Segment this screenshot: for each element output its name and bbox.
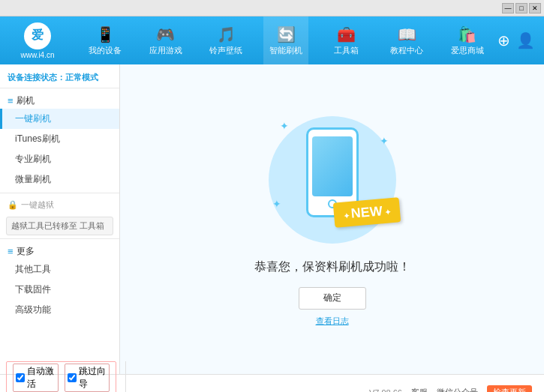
lock-icon: 🔒 <box>8 200 18 210</box>
auto-launch-checkbox[interactable]: 自动激活 <box>13 364 59 392</box>
divider-1 <box>0 193 119 193</box>
nav-store-icon: 🛍️ <box>458 25 476 43</box>
status-value: 正常模式 <box>65 73 98 82</box>
sidebar-info-box: 越狱工具已转移至 工具箱 <box>6 217 113 235</box>
sparkle-2: ✦ <box>380 135 389 147</box>
divider-2 <box>0 238 119 239</box>
nav-toolbox[interactable]: 🧰 工具箱 <box>324 16 369 64</box>
sidebar-item-save-flash[interactable]: 微量刷机 <box>0 169 119 190</box>
more-section-icon: ≡ <box>8 246 14 257</box>
title-bar: — □ ✕ <box>0 0 544 16</box>
section-more-header: ≡ 更多 <box>0 242 119 259</box>
nav-store-label: 爱思商城 <box>451 45 484 56</box>
minimize-button[interactable]: — <box>502 3 514 13</box>
logo-text: www.i4.cn <box>20 51 54 59</box>
main-container: 设备连接状态：正常模式 ≡ 刷机 一键刷机 iTunes刷机 专业刷机 微量刷机… <box>0 64 544 374</box>
status-label: 设备连接状态： <box>8 73 65 82</box>
support-link[interactable]: 客服 <box>411 387 428 392</box>
nav-flash-label: 智能刷机 <box>269 45 302 56</box>
sparkle-3: ✦ <box>272 198 281 210</box>
bottom-section: 自动激活 跳过向导 📱 iPhone 12 mini 64GB Down-12m… <box>0 374 544 392</box>
sparkle-1: ✦ <box>280 120 289 132</box>
phone-illustration: ✦ ✦ ✦ NEW <box>265 112 400 247</box>
nav-device-label: 我的设备 <box>89 45 122 56</box>
skip-wizard-input[interactable] <box>68 373 77 382</box>
nav-items: 📱 我的设备 🎮 应用游戏 🎵 铃声壁纸 🔄 智能刷机 🧰 工具箱 📖 教程中心… <box>75 16 497 64</box>
sidebar-item-one-click-flash[interactable]: 一键刷机 <box>0 109 119 129</box>
nav-smart-flash[interactable]: 🔄 智能刷机 <box>263 16 308 64</box>
phone-screen <box>312 136 353 196</box>
status-bar: 设备连接状态：正常模式 <box>0 67 119 88</box>
flash-section-icon: ≡ <box>8 95 14 106</box>
logo-area: 爱 www.i4.cn <box>0 19 75 62</box>
wechat-link[interactable]: 微信公众号 <box>437 387 478 392</box>
locked-label: 一键越狱 <box>21 199 54 211</box>
nav-tutorial[interactable]: 📖 教程中心 <box>384 16 429 64</box>
update-button[interactable]: 检查更新 <box>487 385 532 392</box>
section-more-title: 更多 <box>17 245 35 258</box>
nav-app-games[interactable]: 🎮 应用游戏 <box>143 16 188 64</box>
nav-ringtones-icon: 🎵 <box>217 25 236 43</box>
checkboxes-row: 自动激活 跳过向导 <box>6 361 116 393</box>
section-flash-header: ≡ 刷机 <box>0 91 119 109</box>
auto-launch-input[interactable] <box>16 373 25 382</box>
sidebar: 设备连接状态：正常模式 ≡ 刷机 一键刷机 iTunes刷机 专业刷机 微量刷机… <box>0 64 120 374</box>
nav-toolbox-label: 工具箱 <box>334 45 359 56</box>
section-flash-title: 刷机 <box>17 94 35 107</box>
nav-store[interactable]: 🛍️ 爱思商城 <box>445 16 490 64</box>
sidebar-item-itunes-flash[interactable]: iTunes刷机 <box>0 129 119 149</box>
sidebar-item-advanced[interactable]: 高级功能 <box>0 300 119 320</box>
close-button[interactable]: ✕ <box>529 3 541 13</box>
download-button[interactable]: ⊕ <box>497 31 510 49</box>
nav-flash-icon: 🔄 <box>277 25 296 43</box>
success-card: ✦ ✦ ✦ NEW 恭喜您，保资料刷机成功啦！ 确定 查看日志 <box>254 112 410 327</box>
nav-toolbox-icon: 🧰 <box>337 25 356 43</box>
nav-my-device[interactable]: 📱 我的设备 <box>83 16 128 64</box>
version-text: V7.98.66 <box>369 388 402 393</box>
user-button[interactable]: 👤 <box>516 31 535 49</box>
nav-tutorial-icon: 📖 <box>398 25 416 43</box>
logo-icon: 爱 <box>24 22 51 49</box>
nav-tutorial-label: 教程中心 <box>390 45 423 56</box>
sidebar-item-other-tools[interactable]: 其他工具 <box>0 259 119 280</box>
log-link[interactable]: 查看日志 <box>316 316 349 327</box>
skip-wizard-label: 跳过向导 <box>79 365 107 391</box>
success-text: 恭喜您，保资料刷机成功啦！ <box>254 259 410 275</box>
nav-apps-label: 应用游戏 <box>149 45 182 56</box>
confirm-button[interactable]: 确定 <box>299 287 366 310</box>
maximize-button[interactable]: □ <box>515 3 527 13</box>
auto-launch-label: 自动激活 <box>27 365 56 391</box>
device-bottom-row: 自动激活 跳过向导 📱 iPhone 12 mini 64GB Down-12m… <box>0 374 544 392</box>
content-area: ✦ ✦ ✦ NEW 恭喜您，保资料刷机成功啦！ 确定 查看日志 <box>120 64 544 374</box>
nav-apps-icon: 🎮 <box>156 25 175 43</box>
nav-device-icon: 📱 <box>96 25 115 43</box>
header: 爱 www.i4.cn 📱 我的设备 🎮 应用游戏 🎵 铃声壁纸 🔄 智能刷机 … <box>0 16 544 64</box>
sidebar-locked-jailbreak: 🔒 一键越狱 <box>0 196 119 214</box>
nav-right: ⊕ 👤 <box>497 31 544 49</box>
new-badge: NEW <box>333 197 401 228</box>
skip-wizard-checkbox[interactable]: 跳过向导 <box>65 364 110 392</box>
nav-ringtones[interactable]: 🎵 铃声壁纸 <box>203 16 248 64</box>
nav-ringtones-label: 铃声壁纸 <box>209 45 242 56</box>
sidebar-item-pro-flash[interactable]: 专业刷机 <box>0 149 119 169</box>
sidebar-item-download-firmware[interactable]: 下载固件 <box>0 280 119 300</box>
